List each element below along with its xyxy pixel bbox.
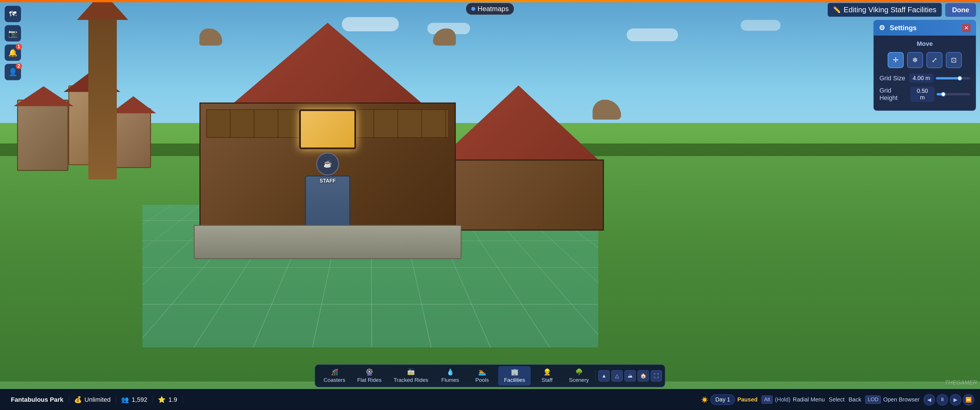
building-icon: 🏠 xyxy=(640,373,646,379)
star-icon: ⭐ xyxy=(158,396,165,404)
grid-height-value-container: 0.50 m xyxy=(910,87,970,102)
guests-icon: 👥 xyxy=(121,396,129,404)
flat-rides-label: Flat Rides xyxy=(357,377,382,383)
scenery-label: Scenery xyxy=(569,377,589,383)
scenery-icon: 🌳 xyxy=(575,369,583,376)
toolbar-facilities[interactable]: 🏢 Facilities xyxy=(498,366,531,386)
move-snap-button[interactable]: ⊡ xyxy=(946,52,962,68)
cloud-3 xyxy=(627,29,678,41)
grid-size-row: Grid Size 4.00 m xyxy=(880,74,970,83)
grid-size-value-container: 4.00 m xyxy=(909,74,970,83)
facilities-label: Facilities xyxy=(504,377,525,383)
terrain-button-2[interactable]: △ xyxy=(611,370,623,381)
coasters-label: Coasters xyxy=(324,377,345,383)
budget-section: 💰 Unlimited xyxy=(69,396,116,404)
toolbar-flat-rides[interactable]: 🎡 Flat Rides xyxy=(352,366,387,386)
toolbar-staff[interactable]: 👷 Staff xyxy=(531,366,563,386)
move-cross-icon: ✛ xyxy=(893,56,899,64)
open-browser-hint: LOD Open Browser xyxy=(865,396,920,404)
settings-close-button[interactable]: ✕ xyxy=(962,24,970,32)
rating-section: ⭐ 1.9 xyxy=(153,396,183,404)
facilities-icon: 🏢 xyxy=(511,369,519,376)
toolbar-tracked-rides[interactable]: 🚋 Tracked Rides xyxy=(388,366,434,386)
next-arrow-icon: ▶ xyxy=(953,397,958,403)
select-hint: Select xyxy=(829,396,845,403)
edit-pencil-icon: ✏️ xyxy=(833,6,841,14)
cloud-4 xyxy=(741,20,781,31)
tracked-rides-icon: 🚋 xyxy=(407,369,415,376)
settings-header: ⚙ Settings ✕ xyxy=(874,20,976,36)
editing-title-bar: ✏️ Editing Viking Staff Facilities xyxy=(827,3,942,17)
toolbar-coasters[interactable]: 🎢 Coasters xyxy=(318,366,351,386)
settings-title: Settings xyxy=(890,24,917,32)
move-free-button[interactable]: ✛ xyxy=(888,52,904,68)
toolbar-pools[interactable]: 🏊 Pools xyxy=(466,366,498,386)
move-icons-row: ✛ ❄ ⤢ ⊡ xyxy=(880,52,970,68)
bottom-toolbar: 🎢 Coasters 🎡 Flat Rides 🚋 Tracked Rides … xyxy=(315,364,665,387)
terrain-outline-icon: △ xyxy=(615,373,619,379)
move-rotate-button[interactable]: ⤢ xyxy=(926,52,942,68)
left-bld-3 xyxy=(114,108,151,168)
nav-prev-button[interactable]: ◀ xyxy=(924,394,935,405)
sun-icon: ☀️ xyxy=(701,396,708,403)
camera-icon: 📷 xyxy=(8,29,18,38)
camera-button[interactable]: 📷 xyxy=(5,25,21,41)
lod-hint: LOD xyxy=(865,396,881,404)
map-button[interactable]: 🗺 xyxy=(5,6,21,22)
radial-menu-label: Radial Menu xyxy=(793,396,825,403)
pools-label: Pools xyxy=(475,377,489,383)
expand-button[interactable]: ⛶ xyxy=(651,370,662,381)
flat-rides-icon: 🎡 xyxy=(366,369,373,376)
heatmaps-dot xyxy=(471,7,475,11)
toolbar-small-icons: ▲ △ ⛰ 🏠 ⛶ xyxy=(595,370,662,381)
move-snowflake-icon: ❄ xyxy=(912,56,918,64)
back-label: Back xyxy=(849,396,861,403)
budget-icon: 💰 xyxy=(74,396,82,404)
done-button[interactable]: Done xyxy=(945,3,976,17)
main-viking-building: ☕ STAFF xyxy=(199,23,456,265)
day-badge: Day 1 xyxy=(711,394,735,405)
editing-title: Editing Viking Staff Facilities xyxy=(843,5,936,14)
budget-value: Unlimited xyxy=(84,396,111,404)
move-lock-button[interactable]: ❄ xyxy=(907,52,923,68)
move-section-title: Move xyxy=(880,40,970,48)
notifications-button[interactable]: 🔔 1 xyxy=(5,44,21,61)
grid-height-slider[interactable] xyxy=(937,93,970,95)
day-section: ☀️ Day 1 Paused xyxy=(701,394,757,405)
radial-menu-hint: Alt (Hold) Radial Menu xyxy=(762,396,825,404)
pause-icon: ⏸ xyxy=(940,397,945,403)
mountain-button[interactable]: ⛰ xyxy=(624,370,636,381)
status-right: ☀️ Day 1 Paused Alt (Hold) Radial Menu S… xyxy=(701,394,974,405)
settings-panel: ⚙ Settings ✕ Move ✛ ❄ ⤢ ⊡ xyxy=(873,20,976,111)
nav-fast-button[interactable]: ⏩ xyxy=(963,394,974,405)
guests-badge: 2 xyxy=(16,63,22,69)
grid-height-slider-handle[interactable] xyxy=(941,92,945,97)
guests-button[interactable]: 👤 2 xyxy=(5,64,21,80)
toolbar-flumes[interactable]: 💧 Flumes xyxy=(434,366,466,386)
nav-arrows: ◀ ⏸ ▶ ⏩ xyxy=(924,394,974,405)
left-bld-1 xyxy=(17,100,68,171)
map-icon: 🗺 xyxy=(9,10,16,19)
mountain-icon: ⛰ xyxy=(628,373,633,379)
grid-size-slider[interactable] xyxy=(936,77,970,79)
staff-icon: 👷 xyxy=(543,369,551,376)
grid-size-label: Grid Size xyxy=(880,75,905,82)
terrain-button-1[interactable]: ▲ xyxy=(598,370,610,381)
heatmaps-button[interactable]: Heatmaps xyxy=(466,3,514,15)
guests-section: 👥 1,592 xyxy=(116,396,153,404)
fast-forward-icon: ⏩ xyxy=(966,397,972,403)
nav-pause-button[interactable]: ⏸ xyxy=(937,394,948,405)
tracked-rides-label: Tracked Rides xyxy=(393,377,428,383)
guests-count: 1,592 xyxy=(132,396,147,404)
day-value: Day 1 xyxy=(715,396,730,403)
watermark: THEGAMER xyxy=(945,379,977,386)
park-name: Fantabulous Park xyxy=(11,396,64,404)
coasters-icon: 🎢 xyxy=(331,369,338,376)
grid-size-slider-handle[interactable] xyxy=(958,76,962,81)
toolbar-scenery[interactable]: 🌳 Scenery xyxy=(563,366,595,386)
move-arrows-icon: ⤢ xyxy=(932,56,937,64)
flumes-label: Flumes xyxy=(441,377,459,383)
nav-next-button[interactable]: ▶ xyxy=(950,394,961,405)
alt-key-hint: Alt xyxy=(762,396,773,404)
building-button[interactable]: 🏠 xyxy=(638,370,649,381)
